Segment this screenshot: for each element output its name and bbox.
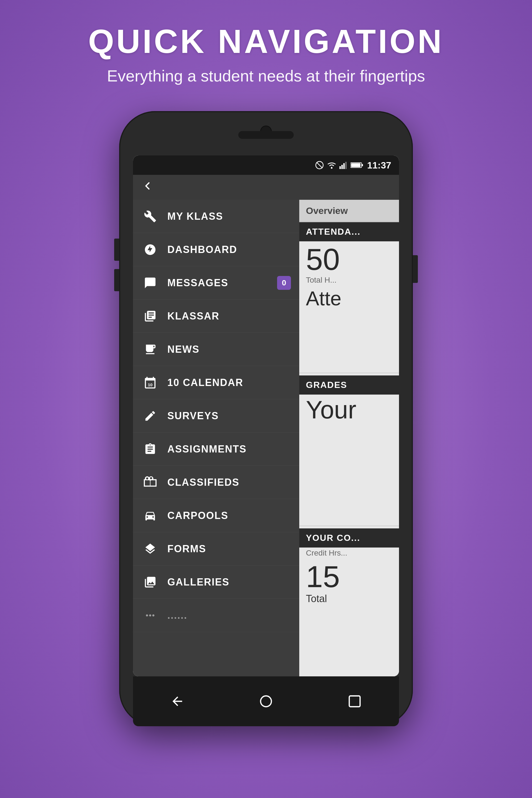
no-sim-icon — [315, 161, 324, 170]
gauge-icon — [143, 243, 157, 257]
phone-speaker — [238, 131, 294, 139]
pencil-icon — [143, 409, 157, 423]
nav-label-carpools: CARPOOLS — [167, 510, 228, 521]
courses-section: YOUR CO... Credit Hrs... 15 Total — [299, 528, 399, 676]
wifi-icon — [327, 161, 337, 169]
messages-badge: 0 — [277, 276, 291, 290]
grades-header: GRADES — [299, 376, 399, 395]
phone-screen: 11:37 MY KLASS — [133, 155, 399, 676]
attendance-header: ATTENDA... — [299, 222, 399, 241]
nav-item-forms[interactable]: FORMS — [133, 532, 299, 566]
chat-icon — [143, 276, 157, 290]
svg-rect-5 — [343, 163, 345, 169]
overview-panel: Overview ATTENDA... 50 Total H... Atte G… — [299, 200, 399, 676]
nav-item-my-klass[interactable]: MY KLASS — [133, 200, 299, 233]
nav-item-news[interactable]: NEWS — [133, 333, 299, 366]
svg-rect-4 — [341, 165, 343, 169]
nav-item-classifieds[interactable]: CLASSIFIEDS — [133, 466, 299, 499]
overview-tab[interactable]: Overview — [299, 200, 399, 222]
nav-item-assignments[interactable]: ASSIGNMENTS — [133, 433, 299, 466]
bottom-nav — [133, 676, 399, 726]
page-header: QUICK NAVIGATION Everything a student ne… — [88, 22, 444, 86]
courses-label: Credit Hrs... — [299, 548, 399, 558]
nav-item-carpools[interactable]: CARPOOLS — [133, 499, 299, 532]
nav-label-classifieds: CLASSIFIEDS — [167, 477, 240, 488]
svg-rect-6 — [345, 162, 347, 169]
courses-value: 15 — [299, 558, 399, 592]
main-subtitle: Everything a student needs at their fing… — [88, 65, 444, 86]
nav-label-messages: MESSAGES — [167, 277, 228, 289]
nav-drawer: MY KLASS DASHBOARD — [133, 200, 299, 676]
attendance-section: ATTENDA... 50 Total H... Atte — [299, 222, 399, 370]
screen-content: MY KLASS DASHBOARD — [133, 200, 399, 676]
gallery-icon — [143, 575, 157, 589]
nav-label-my-klass: MY KLASS — [167, 211, 223, 222]
nav-back-button[interactable] — [166, 690, 188, 712]
svg-rect-12 — [349, 696, 360, 707]
nav-label-assignments: ASSIGNMENTS — [167, 443, 247, 455]
nav-label-forms: FORMS — [167, 543, 206, 555]
svg-rect-8 — [351, 163, 360, 167]
nav-label-galleries: GALLERIES — [167, 576, 229, 588]
nav-label-dashboard: DASHBOARD — [167, 244, 237, 255]
volume-down-button[interactable] — [114, 269, 119, 291]
svg-line-1 — [317, 163, 322, 168]
svg-rect-9 — [362, 164, 363, 166]
courses-sub: Total — [299, 592, 399, 606]
attendance-value: 50 — [299, 241, 399, 274]
nav-recent-button[interactable] — [344, 690, 366, 712]
nav-item-more[interactable]: ...... — [133, 599, 299, 632]
main-title: QUICK NAVIGATION — [88, 22, 444, 60]
svg-rect-3 — [339, 166, 341, 169]
news-icon — [143, 342, 157, 357]
nav-item-messages[interactable]: MESSAGES 0 — [133, 266, 299, 300]
wrench-icon — [143, 209, 157, 224]
nav-label-calendar: 10 CALENDAR — [167, 377, 243, 388]
more-icon — [143, 608, 157, 623]
attendance-sub: Atte — [299, 286, 399, 311]
calendar-icon: 10 — [143, 376, 157, 390]
nav-item-calendar[interactable]: 10 10 CALENDAR — [133, 366, 299, 399]
classifieds-icon — [143, 475, 157, 490]
nav-item-galleries[interactable]: GALLERIES — [133, 566, 299, 599]
back-button[interactable] — [141, 179, 153, 195]
nav-item-surveys[interactable]: SURVEYS — [133, 399, 299, 433]
nav-item-dashboard[interactable]: DASHBOARD — [133, 233, 299, 266]
nav-label-klassar: KlassAR — [167, 310, 220, 322]
app-bar — [133, 175, 399, 200]
grades-section: GRADES Your — [299, 376, 399, 524]
car-icon — [143, 509, 157, 523]
signal-icon — [339, 161, 348, 169]
nav-label-more: ...... — [167, 610, 187, 621]
nav-label-news: NEWS — [167, 344, 200, 355]
battery-icon — [350, 162, 363, 169]
volume-up-button[interactable] — [114, 239, 119, 261]
status-time: 11:37 — [367, 160, 391, 171]
scan-icon — [143, 309, 157, 323]
layers-icon — [143, 542, 157, 556]
svg-point-2 — [331, 167, 332, 169]
status-bar: 11:37 — [133, 155, 399, 175]
assignment-icon — [143, 442, 157, 456]
power-button[interactable] — [413, 255, 418, 283]
attendance-label: Total H... — [299, 274, 399, 286]
grades-value: Your — [299, 395, 399, 425]
phone-shell: 11:37 MY KLASS — [119, 111, 413, 726]
nav-home-button[interactable] — [255, 690, 277, 712]
courses-header: YOUR CO... — [299, 528, 399, 548]
nav-item-klassar[interactable]: KlassAR — [133, 300, 299, 333]
nav-label-surveys: SURVEYS — [167, 410, 218, 422]
status-icons — [315, 161, 363, 170]
svg-point-11 — [261, 696, 271, 707]
svg-text:10: 10 — [148, 382, 152, 387]
